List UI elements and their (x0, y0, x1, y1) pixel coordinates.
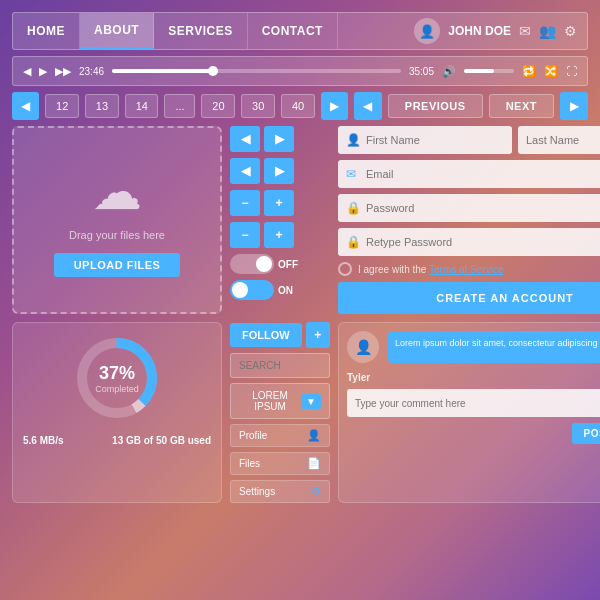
page-ellipsis: ... (164, 94, 195, 118)
plus-btn-2[interactable]: + (264, 222, 294, 248)
stats-panel: 37% Completed 5.6 MB/s 13 GB of 50 GB us… (12, 322, 222, 503)
files-label: Files (239, 458, 260, 469)
progress-track[interactable] (112, 69, 401, 73)
center-bottom: FOLLOW + 🔍 LOREM IPSUM ▼ Profile 👤 Files… (230, 322, 330, 503)
avatar: 👤 (414, 18, 440, 44)
main-content: ☁ Drag your files here UPLOAD FILES ◀ ▶ … (12, 126, 588, 503)
cloud-icon: ☁ (92, 163, 142, 221)
progress-fill (112, 69, 213, 73)
fullscreen-icon[interactable]: ⛶ (566, 65, 577, 77)
terms-link[interactable]: Terms of Service (429, 264, 503, 275)
lorem-label: LOREM IPSUM (239, 390, 301, 412)
prev-arrow[interactable]: ◀ (354, 92, 382, 120)
toggle-on[interactable] (230, 280, 274, 300)
retype-input[interactable] (338, 228, 600, 256)
plus-btn-1[interactable]: + (264, 190, 294, 216)
controls-column: ◀ ▶ ◀ ▶ − + − + OFF ON (230, 126, 330, 314)
page-40[interactable]: 40 (281, 94, 315, 118)
time-current: 23:46 (79, 66, 104, 77)
terms-row: I agree with the Terms of Service (338, 262, 600, 276)
comment-bubble: Lorem ipsum dolor sit amet, consectetur … (387, 331, 600, 363)
page-20[interactable]: 20 (201, 94, 235, 118)
page-arrow-left[interactable]: ◀ (12, 92, 39, 120)
volume-icon[interactable]: 🔊 (442, 65, 456, 78)
form-column: 👤 ✉ 🔒 🔒 I agree with the Terms of Servic… (338, 126, 600, 314)
stat-storage: 13 GB of 50 GB used (112, 435, 211, 446)
settings-icon: ⚙ (311, 485, 321, 498)
back-btn[interactable]: ◀ (230, 158, 260, 184)
fwd-btn[interactable]: ▶ (264, 158, 294, 184)
nav-about[interactable]: ABOUT (80, 13, 154, 49)
settings-label: Settings (239, 486, 275, 497)
password-input[interactable] (338, 194, 600, 222)
retype-wrap: 🔒 (338, 228, 600, 256)
nav-contact[interactable]: CONTACT (248, 13, 338, 49)
prev-next-group: ◀ PREVIOUS NEXT ▶ (354, 92, 588, 120)
menu-profile[interactable]: Profile 👤 (230, 424, 330, 447)
email-wrap: ✉ (338, 160, 600, 188)
toggle-off[interactable] (230, 254, 274, 274)
nav-services[interactable]: SERVICES (154, 13, 247, 49)
nav-home[interactable]: HOME (13, 13, 80, 49)
search-wrap: 🔍 (230, 353, 330, 378)
page-arrow-right[interactable]: ▶ (321, 92, 348, 120)
follow-btn[interactable]: FOLLOW (230, 323, 302, 347)
prev-btn[interactable]: PREVIOUS (388, 94, 483, 118)
last-name-input[interactable] (518, 126, 600, 154)
lorem-btn[interactable]: LOREM IPSUM ▼ (230, 383, 330, 419)
files-icon: 📄 (307, 457, 321, 470)
users-icon[interactable]: 👥 (539, 23, 556, 39)
play-ctrl-row: ◀ ▶ (230, 158, 330, 184)
minus-btn-2[interactable]: − (230, 222, 260, 248)
toggle-knob-on (232, 282, 248, 298)
search-input[interactable] (231, 355, 330, 376)
donut-label: 37% Completed (95, 363, 139, 394)
toggle-off-row: OFF (230, 254, 330, 274)
repeat-icon[interactable]: 🔁 (522, 65, 536, 78)
gear-icon[interactable]: ⚙ (564, 23, 577, 39)
next-arrow[interactable]: ▶ (560, 92, 588, 120)
minus-plus-row1: − + (230, 190, 330, 216)
email-input[interactable] (338, 160, 600, 188)
media-player: ◀ ▶ ▶▶ 23:46 35:05 🔊 🔁 🔀 ⛶ (12, 56, 588, 86)
follow-plus-btn[interactable]: + (306, 322, 330, 348)
page-13[interactable]: 13 (85, 94, 119, 118)
play-btn[interactable]: ▶ (39, 65, 47, 78)
comment-name: Tyler (347, 372, 600, 383)
page-12[interactable]: 12 (45, 94, 79, 118)
first-name-input[interactable] (338, 126, 512, 154)
menu-settings[interactable]: Settings ⚙ (230, 480, 330, 503)
prev-btn[interactable]: ◀ (23, 65, 31, 78)
stat-speed: 5.6 MB/s (23, 435, 64, 446)
shuffle-icon[interactable]: 🔀 (544, 65, 558, 78)
minus-btn-1[interactable]: − (230, 190, 260, 216)
comment-input[interactable] (347, 389, 600, 417)
page-14[interactable]: 14 (125, 94, 159, 118)
create-account-btn[interactable]: CREATE AN ACCOUNT (338, 282, 600, 314)
comment-box: 👤 Lorem ipsum dolor sit amet, consectetu… (338, 322, 600, 503)
last-name-wrap (518, 126, 600, 154)
page-30[interactable]: 30 (241, 94, 275, 118)
menu-files[interactable]: Files 📄 (230, 452, 330, 475)
volume-fill (464, 69, 494, 73)
storage-val: 13 GB of 50 GB used (112, 435, 211, 446)
upload-btn[interactable]: UPLOAD FILES (54, 253, 181, 277)
nav-right-btn[interactable]: ▶ (264, 126, 294, 152)
nav-left-btn[interactable]: ◀ (230, 126, 260, 152)
next-btn[interactable]: NEXT (489, 94, 554, 118)
fast-fwd-btn[interactable]: ▶▶ (55, 65, 71, 78)
stats-row: 5.6 MB/s 13 GB of 50 GB used (23, 435, 211, 446)
lorem-arrow: ▼ (301, 394, 321, 409)
volume-track[interactable] (464, 69, 514, 73)
terms-text: I agree with the Terms of Service (358, 264, 503, 275)
profile-label: Profile (239, 430, 267, 441)
comment-top: 👤 Lorem ipsum dolor sit amet, consectetu… (347, 331, 600, 363)
nav-ctrl-row: ◀ ▶ (230, 126, 330, 152)
off-label: OFF (278, 259, 298, 270)
minus-plus-row2: − + (230, 222, 330, 248)
post-reply-btn[interactable]: POST REPLY (572, 423, 600, 444)
terms-checkbox[interactable] (338, 262, 352, 276)
mail-icon[interactable]: ✉ (519, 23, 531, 39)
speed-val: 5.6 MB/s (23, 435, 64, 446)
first-name-wrap: 👤 (338, 126, 512, 154)
